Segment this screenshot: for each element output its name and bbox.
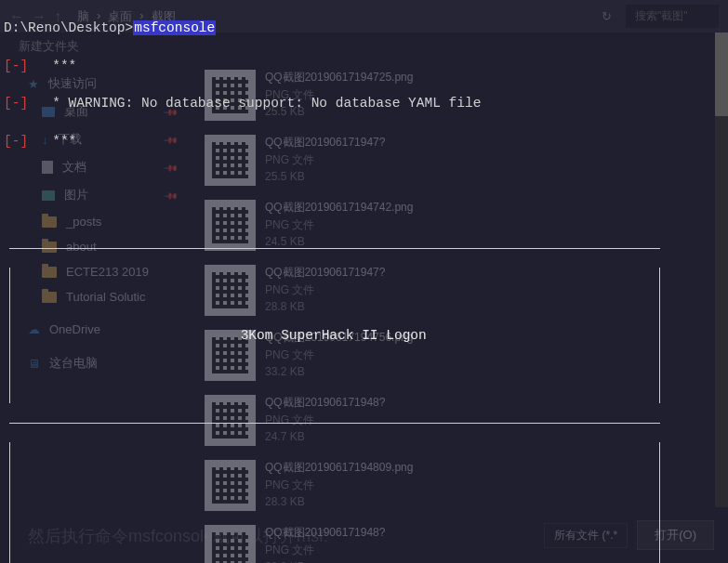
warn-text: ***	[52, 59, 76, 73]
banner-content: User Name: [ security ] Password: [ ] [ …	[9, 442, 660, 563]
banner-title: 3Kom SuperHack II Logon	[241, 328, 427, 343]
warn-text: ***	[52, 134, 76, 149]
command-text: msfconsole	[133, 20, 216, 35]
banner-border-top	[9, 248, 660, 249]
warn-prefix: [-]	[4, 59, 28, 73]
banner-border-mid	[9, 423, 660, 424]
warn-text: * WARNING: No database support: No datab…	[52, 96, 481, 111]
prompt-path: D:\Reno\Desktop>	[4, 20, 133, 35]
banner-content: 3Kom SuperHack II Logon	[9, 268, 660, 403]
terminal-output[interactable]: D:\Reno\Desktop>msfconsole [-] *** [-] *…	[0, 0, 728, 563]
warn-prefix: [-]	[4, 96, 28, 111]
warn-prefix: [-]	[4, 134, 28, 149]
